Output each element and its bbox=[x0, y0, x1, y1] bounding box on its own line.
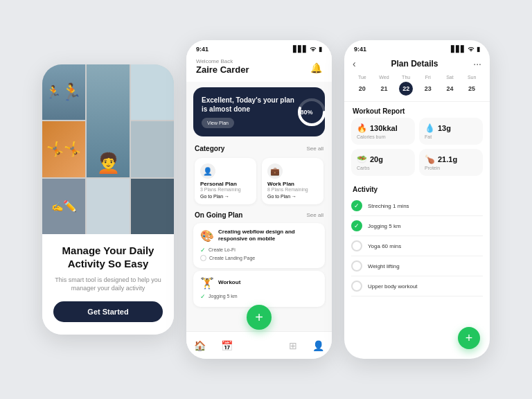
personal-plan-card[interactable]: 👤 Personal Plan 3 Plans Remaining Go to … bbox=[195, 158, 256, 204]
task-create-lofi: ✓ Create Lo-Fi bbox=[200, 247, 318, 254]
check-done-icon: ✓ bbox=[351, 200, 362, 211]
task-label: Create Lo-Fi bbox=[209, 247, 236, 252]
work-plan-sub: 8 Plans Remaining bbox=[267, 187, 318, 192]
webflow-plan-icon: 🎨 bbox=[200, 229, 214, 242]
category-see-all[interactable]: See all bbox=[307, 145, 323, 152]
check-empty-icon bbox=[351, 281, 362, 292]
fat-label: Fat bbox=[425, 134, 477, 139]
view-plan-button[interactable]: View Plan bbox=[202, 118, 234, 128]
signal-icon: ▋▋▋ bbox=[451, 46, 466, 53]
fat-value: 13g bbox=[438, 124, 451, 132]
check-empty-icon bbox=[351, 240, 362, 251]
webflow-plan-title: Creating webflow design and responsive o… bbox=[218, 229, 318, 243]
protein-value: 21.1g bbox=[438, 155, 457, 163]
wifi-icon bbox=[310, 46, 317, 53]
plan-card-title: Excellent, Today's your plan is almost d… bbox=[202, 96, 296, 114]
signal-icon: ▋▋▋ bbox=[293, 46, 308, 53]
activity-stretching: ✓ Streching 1 mins bbox=[351, 196, 483, 216]
wifi-icon bbox=[468, 46, 475, 53]
more-options-button[interactable]: ··· bbox=[473, 58, 481, 69]
calories-value: 130kkal bbox=[370, 124, 398, 132]
task-done-icon: ✓ bbox=[200, 247, 206, 254]
activity-name: Weight lifting bbox=[368, 263, 400, 269]
welcome-text: Welcome Back bbox=[196, 58, 249, 64]
day-sat[interactable]: Sat 24 bbox=[443, 75, 456, 96]
status-bar: 9:41 ▋▋▋ ▮ bbox=[186, 40, 332, 55]
photo-3 bbox=[131, 64, 174, 120]
personal-plan-link[interactable]: Go to Plan → bbox=[200, 194, 251, 199]
photo-1: 🏃 bbox=[42, 64, 85, 120]
day-fri[interactable]: Fri 23 bbox=[421, 75, 435, 96]
nav-calendar-icon[interactable]: 📅 bbox=[221, 340, 233, 351]
activity-name: Streching 1 mins bbox=[368, 203, 409, 209]
nav-home-icon[interactable]: 🏠 bbox=[194, 340, 206, 351]
check-empty-icon bbox=[351, 260, 362, 272]
task-label: Create Landing Page bbox=[209, 256, 255, 260]
stat-calories: 🔥 130kkal Calories burn bbox=[351, 118, 415, 145]
protein-label: Protein bbox=[425, 166, 477, 170]
nav-profile-icon[interactable]: 👤 bbox=[312, 340, 324, 351]
carbs-icon: 🥗 bbox=[357, 154, 367, 164]
time: 9:41 bbox=[196, 46, 209, 53]
get-started-button[interactable]: Get Started bbox=[53, 301, 163, 322]
stats-grid: 🔥 130kkal Calories burn 💧 13g Fat 🥗 20g … bbox=[344, 118, 490, 180]
plan-progress-card: Excellent, Today's your plan is almost d… bbox=[193, 87, 325, 136]
battery-icon: ▮ bbox=[477, 46, 480, 53]
day-wed[interactable]: Wed 21 bbox=[377, 75, 391, 96]
ongoing-see-all[interactable]: See all bbox=[307, 212, 323, 218]
fab-button[interactable]: + bbox=[247, 305, 272, 330]
category-section-header: Category See all bbox=[186, 142, 332, 155]
day-thu-active[interactable]: Thu 22 bbox=[399, 75, 413, 96]
plan-item-workout: 🏋️ Workout ✓ Jogging 5 km bbox=[193, 271, 325, 307]
activity-weight-lifting: Weight lifting bbox=[351, 256, 483, 276]
page-title: Plan Details bbox=[391, 59, 438, 69]
personal-plan-sub: 3 Plans Remaining bbox=[200, 187, 251, 192]
activity-list: ✓ Streching 1 mins ✓ Jogging 5 km Yoga 6… bbox=[344, 196, 490, 296]
category-title: Category bbox=[195, 145, 224, 152]
day-sun[interactable]: Sun 25 bbox=[465, 75, 479, 96]
task-empty-icon bbox=[200, 255, 206, 261]
ongoing-title: On Going Plan bbox=[195, 211, 242, 219]
activity-upper-body: Upper body workout bbox=[351, 276, 483, 296]
work-plan-icon: 💼 bbox=[267, 163, 283, 179]
task-jogging: ✓ Jogging 5 km bbox=[200, 293, 318, 300]
photo-8 bbox=[131, 179, 174, 234]
onboarding-bottom: Manage Your Daily Activity So Easy This … bbox=[42, 234, 174, 335]
status-icons: ▋▋▋ ▮ bbox=[451, 46, 480, 53]
work-plan-link[interactable]: Go to Plan → bbox=[267, 194, 318, 199]
carbs-label: Carbs bbox=[357, 166, 409, 170]
back-button[interactable]: ‹ bbox=[353, 58, 356, 69]
fat-icon: 💧 bbox=[425, 123, 435, 133]
activity-name: Yoga 60 mins bbox=[368, 243, 401, 249]
stat-fat: 💧 13g Fat bbox=[419, 118, 483, 145]
bottom-navigation: 🏠 📅 ⊞ 👤 bbox=[186, 331, 332, 359]
dashboard-screen: 9:41 ▋▋▋ ▮ Welcome Back Zaire Carder 🔔 bbox=[186, 40, 332, 359]
calories-label: Calories burn bbox=[357, 134, 409, 139]
personal-plan-icon: 👤 bbox=[200, 163, 215, 179]
photo-6: ✍️ bbox=[42, 179, 85, 234]
time: 9:41 bbox=[354, 46, 366, 53]
add-activity-button[interactable]: + bbox=[458, 327, 480, 349]
status-icons: ▋▋▋ ▮ bbox=[293, 46, 322, 53]
plan-details-screen: 9:41 ▋▋▋ ▮ ‹ Plan Details ··· Tue 20 Wed bbox=[344, 40, 490, 359]
plan-item-webflow: 🎨 Creating webflow design and responsive… bbox=[193, 223, 325, 268]
check-done-icon: ✓ bbox=[351, 220, 362, 231]
progress-label: 80% bbox=[300, 109, 312, 116]
work-plan-name: Work Plan bbox=[267, 181, 318, 187]
onboarding-screen: 🏃 🧑‍🦱 🤸 ✍️ Manage Your Daily Activity So… bbox=[42, 64, 174, 335]
photo-7 bbox=[87, 179, 130, 234]
workout-report-title: Workout Report bbox=[344, 102, 490, 118]
ongoing-section-header: On Going Plan See all bbox=[186, 210, 332, 220]
nav-grid-icon[interactable]: ⊞ bbox=[289, 340, 297, 351]
onboarding-subtitle: This smart tool is designed to help you … bbox=[53, 276, 163, 293]
photo-2: 🧑‍🦱 bbox=[87, 64, 130, 177]
day-tue[interactable]: Tue 20 bbox=[355, 75, 369, 96]
protein-icon: 🍗 bbox=[425, 154, 435, 164]
carbs-value: 20g bbox=[370, 155, 383, 163]
task-done-icon: ✓ bbox=[200, 293, 206, 300]
stat-carbs: 🥗 20g Carbs bbox=[351, 149, 415, 176]
activity-jogging: ✓ Jogging 5 km bbox=[351, 216, 483, 236]
work-plan-card[interactable]: 💼 Work Plan 8 Plans Remaining Go to Plan… bbox=[262, 158, 323, 204]
workout-plan-title: Workout bbox=[218, 279, 240, 286]
notification-bell-icon[interactable]: 🔔 bbox=[310, 62, 322, 73]
